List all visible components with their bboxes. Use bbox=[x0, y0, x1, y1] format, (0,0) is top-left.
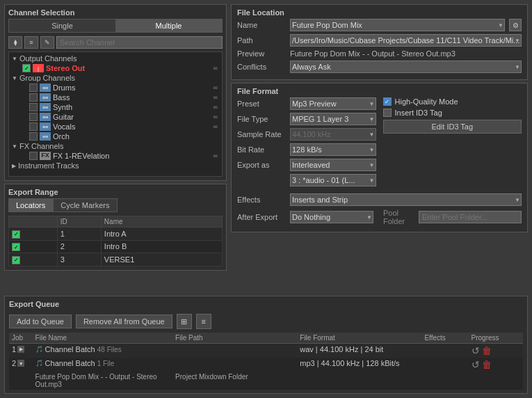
range-row-1-id: 1 bbox=[57, 228, 101, 241]
channel-row-stereo-out: ✓ | Stereo Out ∞ bbox=[10, 63, 220, 73]
synth-link-icon: ∞ bbox=[213, 104, 218, 111]
group-channels-group[interactable]: ▼ Group Channels bbox=[10, 73, 220, 83]
drums-icon: ≡≡ bbox=[40, 83, 51, 92]
range-row-2-checkbox[interactable]: ✓ bbox=[12, 243, 20, 251]
queue-row-2-sub-job bbox=[9, 372, 33, 390]
export-range-header: Export Range bbox=[8, 188, 223, 196]
edit-id3-button[interactable]: Edit ID3 Tag bbox=[383, 120, 522, 134]
queue-row-2-sub-format bbox=[297, 372, 421, 390]
tab-multiple[interactable]: Multiple bbox=[115, 19, 222, 32]
range-row-3-name: VERSE1 bbox=[101, 253, 222, 266]
queue-icon-btn-1[interactable]: ⊞ bbox=[177, 314, 192, 329]
drums-checkbox[interactable] bbox=[29, 83, 38, 92]
row-1-delete-icon[interactable]: 🗑 bbox=[482, 345, 492, 356]
col-filepath: File Path bbox=[172, 333, 297, 344]
effects-select[interactable]: Inserts and Strip bbox=[290, 193, 522, 206]
row-2-filecount: 1 File bbox=[97, 360, 114, 367]
filetype-select[interactable]: MPEG 1 Layer 3 bbox=[290, 113, 376, 125]
bass-name: Bass bbox=[53, 93, 70, 102]
format-grid: Preset Mp3 Preview ▼ File Type bbox=[237, 97, 522, 189]
fx-channels-label: FX Channels bbox=[19, 142, 64, 150]
after-export-select[interactable]: Do Nothing bbox=[290, 211, 373, 223]
orch-checkbox[interactable] bbox=[29, 132, 38, 141]
vocals-checkbox[interactable] bbox=[29, 122, 38, 131]
effects-label: Effects bbox=[237, 196, 286, 204]
channel-row-fx1: FX FX 1-RÉVelation ∞ bbox=[10, 151, 220, 161]
channel-toolbar: ⧫ ≡ ✎ bbox=[8, 36, 223, 49]
path-row: Path /Users/Iro/Music/Cubase Projects/Cu… bbox=[237, 34, 522, 47]
remove-all-from-queue-button[interactable]: Remove All from Queue bbox=[76, 315, 172, 328]
name-gear-button[interactable]: ⚙ bbox=[509, 19, 522, 31]
tab-single[interactable]: Single bbox=[9, 19, 115, 32]
samplerate-select[interactable]: 44.100 kHz bbox=[290, 128, 376, 141]
pencil-icon-btn[interactable]: ✎ bbox=[40, 36, 54, 49]
row-2-delete-icon[interactable]: 🗑 bbox=[482, 359, 492, 370]
range-row-3-id: 3 bbox=[57, 253, 101, 266]
queue-row-1-filename: 🎵 Channel Batch 48 Files bbox=[33, 344, 173, 358]
exportas-label: Export as bbox=[237, 161, 286, 169]
instrument-tracks-group[interactable]: ▶ Instrument Tracks bbox=[10, 161, 220, 170]
bass-checkbox[interactable] bbox=[29, 93, 38, 102]
exportas-select[interactable]: Interleaved bbox=[290, 159, 376, 171]
search-input[interactable] bbox=[56, 36, 223, 49]
queue-row-1-fileformat: wav | 44.100 kHz | 24 bit bbox=[297, 344, 421, 358]
midi-icon-btn[interactable]: ⧫ bbox=[8, 36, 22, 49]
range-row-1: ✓ 1 Intro A bbox=[9, 228, 223, 241]
queue-icon-btn-2[interactable]: ≡ bbox=[196, 314, 211, 329]
high-quality-checkbox[interactable]: ✓ bbox=[383, 97, 392, 106]
tab-cycle-markers[interactable]: Cycle Markers bbox=[53, 198, 117, 212]
file-format-header: File Format bbox=[237, 87, 522, 95]
vocals-name: Vocals bbox=[53, 122, 75, 131]
range-row-2: ✓ 2 Intro B bbox=[9, 240, 223, 253]
format-right: ✓ High-Quality Mode Insert ID3 Tag Edit … bbox=[383, 97, 522, 189]
preset-select[interactable]: Mp3 Preview bbox=[290, 97, 376, 110]
bitrate-select[interactable]: 128 kB/s bbox=[290, 143, 376, 156]
channel-selection-header: Channel Selection bbox=[8, 8, 223, 17]
insert-id3-label: Insert ID3 Tag bbox=[395, 109, 442, 117]
row-2-expand-icon[interactable]: ▼ bbox=[17, 360, 24, 367]
queue-row-1-effects bbox=[421, 344, 468, 358]
queue-row-2-sub-effects bbox=[421, 372, 468, 390]
tab-locators[interactable]: Locators bbox=[8, 198, 53, 212]
row-2-refresh-icon[interactable]: ↺ bbox=[471, 359, 480, 370]
output-channels-group[interactable]: ▼ Output Channels bbox=[10, 54, 220, 63]
range-row-3-checkbox[interactable]: ✓ bbox=[12, 256, 20, 264]
queue-row-2-filepath bbox=[172, 358, 297, 372]
col-job: Job bbox=[9, 333, 33, 344]
guitar-checkbox[interactable] bbox=[29, 113, 38, 121]
file-location-section: File Location Name Future Pop Dom Mix ▼ … bbox=[231, 4, 528, 80]
range-table: ID Name ✓ 1 Intro A ✓ 2 Intr bbox=[8, 216, 223, 266]
pool-folder-input[interactable] bbox=[419, 211, 522, 223]
range-row-1-checkbox[interactable]: ✓ bbox=[12, 230, 20, 239]
audio-icon-btn[interactable]: ≡ bbox=[24, 36, 38, 49]
export-queue-section: Export Queue Add to Queue Remove All fro… bbox=[4, 296, 528, 394]
row-1-refresh-icon[interactable]: ↺ bbox=[471, 345, 480, 356]
conflicts-label: Conflicts bbox=[237, 63, 286, 71]
path-select[interactable]: /Users/Iro/Music/Cubase Projects/Cubase … bbox=[290, 34, 522, 47]
queue-row-2-fileformat: mp3 | 44.100 kHz | 128 kBit/s bbox=[297, 358, 421, 372]
after-export-row: After Export Do Nothing ▼ Pool Folder bbox=[237, 209, 522, 225]
name-select[interactable]: Future Pop Dom Mix bbox=[290, 19, 505, 31]
row-2-file-icon: 🎵 bbox=[35, 360, 43, 367]
conflicts-row: Conflicts Always Ask ▼ bbox=[237, 61, 522, 73]
insert-id3-checkbox[interactable] bbox=[383, 109, 392, 117]
preset-label: Preset bbox=[237, 100, 286, 108]
channel-row-vocals: ≡≡ Vocals ∞ bbox=[10, 122, 220, 132]
queue-row-1-job: 1 ▶ bbox=[9, 344, 33, 358]
fx1-checkbox[interactable] bbox=[29, 152, 38, 160]
conflicts-select[interactable]: Always Ask bbox=[290, 61, 522, 73]
row-2-progress-icons: ↺ 🗑 bbox=[471, 359, 520, 370]
range-row-3: ✓ 3 VERSE1 bbox=[9, 253, 223, 266]
channel-row-guitar: ≡≡ Guitar ∞ bbox=[10, 112, 220, 122]
queue-row-1: 1 ▶ 🎵 Channel Batch 48 Files wav | 44.10… bbox=[9, 344, 523, 358]
fx-channels-group[interactable]: ▼ FX Channels bbox=[10, 141, 220, 151]
range-col-checkbox bbox=[9, 216, 58, 228]
drums-name: Drums bbox=[53, 83, 75, 92]
row-1-expand-icon[interactable]: ▶ bbox=[17, 346, 24, 353]
exportas-sub-select[interactable]: 3 : *audio - 01 (L... bbox=[290, 174, 376, 186]
stereo-out-checkbox[interactable]: ✓ bbox=[22, 64, 31, 72]
synth-checkbox[interactable] bbox=[29, 103, 38, 111]
queue-row-2-sub-path: Project Mixdown Folder bbox=[172, 372, 297, 390]
add-to-queue-button[interactable]: Add to Queue bbox=[9, 315, 72, 328]
row-1-file-icon: 🎵 bbox=[35, 346, 43, 353]
